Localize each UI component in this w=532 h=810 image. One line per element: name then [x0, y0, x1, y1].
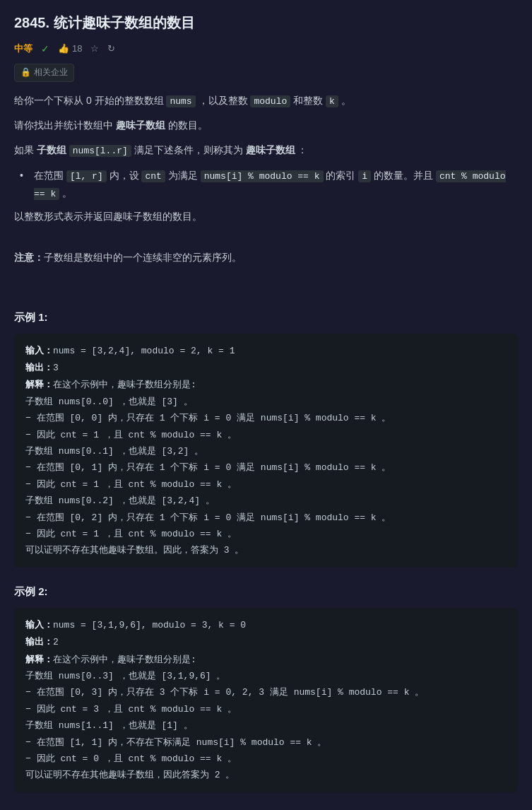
example2-line2: − 在范围 [0, 3] 内，只存在 3 个下标 i = 0, 2, 3 满足 … [25, 684, 507, 700]
check-icon: ✓ [41, 41, 49, 57]
problem-description: 给你一个下标从 0 开始的整数数组 nums ，以及整数 modulo 和整数 … [14, 92, 518, 810]
bullet-dot: • [20, 167, 28, 203]
example1-title: 示例 1: [14, 307, 518, 327]
example2-output: 输出：2 [25, 633, 507, 650]
example1-output: 输出：3 [25, 359, 507, 376]
example1-line2: − 在范围 [0, 0] 内，只存在 1 个下标 i = 0 满足 nums[i… [25, 410, 507, 426]
condition-bullet: • 在范围 [l, r] 内，设 cnt 为满足 nums[i] % modul… [14, 167, 518, 203]
example2-line3: − 因此 cnt = 3 ，且 cnt % modulo == k 。 [25, 701, 507, 717]
example1-line4: 子数组 nums[0..1] ，也就是 [3,2] 。 [25, 443, 507, 459]
lock-icon: 🔒 [20, 66, 31, 79]
meta-row: 中等 ✓ 👍 18 ☆ ↻ [14, 41, 518, 57]
thumb-icon: 👍 [58, 42, 69, 57]
tag-label: 相关企业 [34, 66, 68, 79]
related-company-tag[interactable]: 🔒 相关企业 [14, 64, 74, 81]
example1-box: 输入：nums = [3,2,4], modulo = 2, k = 1 输出：… [14, 334, 518, 568]
example1-line1: 子数组 nums[0..0] ，也就是 [3] 。 [25, 394, 507, 410]
example2-line1: 子数组 nums[0..3] ，也就是 [3,1,9,6] 。 [25, 668, 507, 684]
example2-explanation-label: 解释：在这个示例中，趣味子数组分别是: [25, 651, 507, 668]
star-icon[interactable]: ☆ [90, 42, 99, 57]
example2-input: 输入：nums = [3,1,9,6], modulo = 3, k = 0 [25, 616, 507, 633]
conclusion-text: 以整数形式表示并返回趣味子数组的数目。 [14, 208, 518, 225]
example2-line4: 子数组 nums[1..1] ，也就是 [1] 。 [25, 717, 507, 734]
example2-title: 示例 2: [14, 582, 518, 601]
desc-line-2: 请你找出并统计数组中 趣味子数组 的数目。 [14, 117, 518, 134]
example1-line6: − 因此 cnt = 1 ，且 cnt % modulo == k 。 [25, 476, 507, 493]
refresh-icon[interactable]: ↻ [107, 42, 115, 57]
example1-line7: 子数组 nums[0..2] ，也就是 [3,2,4] 。 [25, 493, 507, 509]
example1-explanation-label: 解释：在这个示例中，趣味子数组分别是: [25, 376, 507, 393]
page-title: 2845. 统计趣味子数组的数目 [14, 11, 518, 34]
likes-number: 18 [72, 42, 82, 57]
example1-line8: − 在范围 [0, 2] 内，只存在 1 个下标 i = 0 满足 nums[i… [25, 510, 507, 526]
example2-box: 输入：nums = [3,1,9,6], modulo = 3, k = 0 输… [14, 608, 518, 792]
example1-line9: − 因此 cnt = 1 ，且 cnt % modulo == k 。 [25, 526, 507, 542]
example2-line7: 可以证明不存在其他趣味子数组，因此答案为 2 。 [25, 767, 507, 783]
note-text: 注意：子数组是数组中的一个连续非空的元素序列。 [14, 249, 518, 266]
example2-line6: − 因此 cnt = 0 ，且 cnt % modulo == k 。 [25, 751, 507, 767]
example1-line10: 可以证明不存在其他趣味子数组。因此，答案为 3 。 [25, 542, 507, 558]
difficulty-label: 中等 [14, 42, 32, 57]
condition-text: 在范围 [l, r] 内，设 cnt 为满足 nums[i] % modulo … [34, 167, 518, 203]
example2-line5: − 在范围 [1, 1] 内，不存在下标满足 nums[i] % modulo … [25, 734, 507, 751]
example1-line5: − 在范围 [0, 1] 内，只存在 1 个下标 i = 0 满足 nums[i… [25, 459, 507, 476]
like-count: 👍 18 [58, 42, 82, 57]
desc-line-1: 给你一个下标从 0 开始的整数数组 nums ，以及整数 modulo 和整数 … [14, 92, 518, 110]
desc-line-3: 如果 子数组 nums[l..r] 满足下述条件，则称其为 趣味子数组 ： [14, 141, 518, 159]
example1-line3: − 因此 cnt = 1 ，且 cnt % modulo == k 。 [25, 427, 507, 443]
example1-input: 输入：nums = [3,2,4], modulo = 2, k = 1 [25, 342, 507, 359]
